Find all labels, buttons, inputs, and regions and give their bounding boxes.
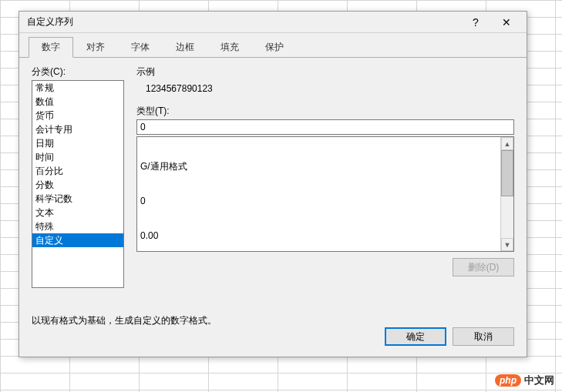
tab-border[interactable]: 边框 <box>163 37 207 58</box>
type-input[interactable] <box>136 119 514 135</box>
category-item[interactable]: 数值 <box>32 95 123 109</box>
format-list[interactable]: G/通用格式 0 0.00 #,##0 #,##0.00 _ * #,##0_ … <box>137 137 500 251</box>
dialog-title: 自定义序列 <box>27 15 460 28</box>
scroll-track[interactable] <box>501 150 513 238</box>
category-list[interactable]: 常规 数值 货币 会计专用 日期 时间 百分比 分数 科学记数 文本 特殊 自定… <box>32 80 124 288</box>
tab-strip: 数字 对齐 字体 边框 填充 保护 <box>19 33 527 58</box>
category-item[interactable]: 特殊 <box>32 219 123 233</box>
tab-fill[interactable]: 填充 <box>207 37 252 58</box>
category-item[interactable]: 文本 <box>32 206 123 219</box>
watermark: php 中文网 <box>495 374 554 387</box>
category-item[interactable]: 科学记数 <box>32 192 123 206</box>
footer-note: 以现有格式为基础，生成自定义的数字格式。 <box>19 307 527 327</box>
delete-button[interactable]: 删除(D) <box>453 258 514 276</box>
tab-align[interactable]: 对齐 <box>73 37 118 58</box>
delete-row: 删除(D) <box>136 258 514 276</box>
format-item[interactable]: 0.00 <box>140 230 497 242</box>
format-list-scrollbar[interactable]: ▲ ▼ <box>500 137 513 251</box>
category-item[interactable]: 货币 <box>32 109 123 122</box>
category-item[interactable]: 日期 <box>32 136 123 150</box>
format-item[interactable]: 0 <box>140 196 497 207</box>
format-item[interactable]: G/通用格式 <box>140 161 497 173</box>
scroll-thumb[interactable] <box>501 150 513 196</box>
format-cells-dialog: 自定义序列 ? ✕ 数字 对齐 字体 边框 填充 保护 分类(C): 常规 数值… <box>19 11 527 357</box>
dialog-button-row: 确定 取消 <box>19 327 527 357</box>
type-label: 类型(T): <box>136 105 514 118</box>
format-detail-column: 示例 1234567890123 类型(T): G/通用格式 0 0.00 #,… <box>136 65 514 307</box>
category-item[interactable]: 会计专用 <box>32 122 123 136</box>
tab-font[interactable]: 字体 <box>118 37 163 58</box>
sample-label: 示例 <box>136 65 514 79</box>
category-label: 分类(C): <box>32 65 124 79</box>
category-item[interactable]: 分数 <box>32 178 123 192</box>
category-item[interactable]: 自定义 <box>32 233 123 247</box>
titlebar: 自定义序列 ? ✕ <box>19 12 527 33</box>
scroll-up-icon[interactable]: ▲ <box>501 137 513 150</box>
titlebar-buttons: ? ✕ <box>460 14 522 31</box>
cancel-button[interactable]: 取消 <box>453 327 514 346</box>
category-item[interactable]: 时间 <box>32 150 123 164</box>
tab-protect[interactable]: 保护 <box>252 37 297 58</box>
format-list-wrap: G/通用格式 0 0.00 #,##0 #,##0.00 _ * #,##0_ … <box>136 136 514 252</box>
watermark-text: 中文网 <box>524 374 554 387</box>
ok-button[interactable]: 确定 <box>385 327 446 346</box>
close-button[interactable]: ✕ <box>491 14 522 31</box>
tab-content: 分类(C): 常规 数值 货币 会计专用 日期 时间 百分比 分数 科学记数 文… <box>19 58 527 307</box>
watermark-badge: php <box>495 374 521 387</box>
category-column: 分类(C): 常规 数值 货币 会计专用 日期 时间 百分比 分数 科学记数 文… <box>32 65 124 307</box>
category-item[interactable]: 常规 <box>32 81 123 95</box>
category-item[interactable]: 百分比 <box>32 164 123 178</box>
help-button[interactable]: ? <box>460 14 491 31</box>
tab-number[interactable]: 数字 <box>29 37 73 58</box>
sample-value: 1234567890123 <box>136 80 514 102</box>
scroll-down-icon[interactable]: ▼ <box>501 238 513 251</box>
